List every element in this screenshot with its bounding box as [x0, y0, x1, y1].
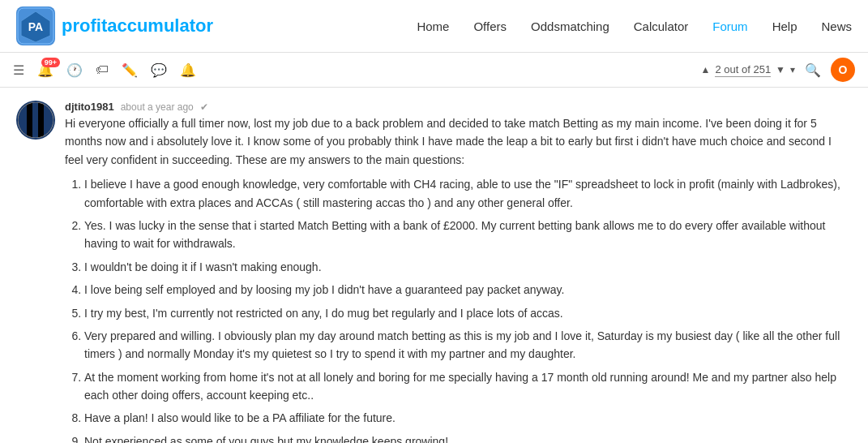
edit-icon[interactable]: ✏️ — [122, 62, 138, 78]
post-meta: djtito1981 about a year ago ✔ — [65, 101, 852, 113]
verified-icon: ✔ — [200, 101, 208, 113]
post-meta-area: djtito1981 about a year ago ✔ Hi everyon… — [65, 101, 852, 443]
nav-calculator[interactable]: Calculator — [634, 19, 689, 33]
notification-badge: 99+ — [41, 58, 60, 67]
user-avatar[interactable]: O — [831, 58, 855, 82]
list-item: I try my best, I'm currently not restric… — [84, 304, 852, 322]
svg-rect-7 — [38, 102, 44, 138]
chat-icon[interactable]: 💬 — [151, 62, 167, 78]
list-item: Have a plan! I also would like to be a P… — [84, 409, 852, 427]
post-intro: Hi everyone officially a full timer now,… — [65, 114, 852, 169]
list-item: I wouldn't be doing it if I wasn't makin… — [84, 258, 852, 276]
post-username[interactable]: djtito1981 — [65, 101, 114, 113]
nav-home[interactable]: Home — [417, 19, 449, 33]
list-item: Very prepared and willing. I obviously p… — [84, 327, 852, 363]
top-navigation: PA profitaccumulator Home Offers Oddsmat… — [0, 0, 868, 53]
nav-offers[interactable]: Offers — [473, 19, 507, 33]
nav-forum[interactable]: Forum — [712, 19, 747, 33]
post-header: djtito1981 about a year ago ✔ Hi everyon… — [16, 101, 852, 443]
post-body: Hi everyone officially a full timer now,… — [65, 114, 852, 443]
list-item: I love being self employed and by loosin… — [84, 281, 852, 299]
clock-icon[interactable]: 🕐 — [66, 62, 83, 78]
search-button[interactable]: 🔍 — [805, 62, 821, 78]
nav-news[interactable]: News — [821, 19, 852, 33]
toolbar-left: ☰ 🔔 99+ 🕐 🏷 ✏️ 💬 🔔 — [13, 62, 688, 78]
hamburger-icon[interactable]: ☰ — [13, 62, 24, 78]
post-time: about a year ago — [121, 101, 194, 113]
page-info: 2 out of 251 — [715, 63, 771, 77]
alert-icon[interactable]: 🔔 — [180, 62, 196, 78]
prev-page-arrow[interactable]: ▲ — [701, 64, 711, 75]
svg-rect-6 — [27, 102, 32, 138]
content-area: djtito1981 about a year ago ✔ Hi everyon… — [0, 88, 868, 443]
post-avatar — [16, 101, 55, 140]
svg-text:PA: PA — [28, 20, 43, 33]
list-item: At the moment working from home it's not… — [84, 368, 852, 405]
post-list: I believe I have a good enough knowledge… — [84, 175, 852, 443]
list-item: I believe I have a good enough knowledge… — [84, 175, 852, 212]
list-item: Not experienced as some of you guys but … — [84, 432, 852, 443]
next-page-arrow-down[interactable]: ▼ — [776, 64, 785, 75]
toolbar-right: ▲ 2 out of 251 ▼ ▾ 🔍 O — [701, 58, 855, 82]
pagination: ▲ 2 out of 251 ▼ ▾ — [701, 63, 795, 77]
logo-icon: PA — [16, 6, 55, 45]
nav-links: Home Offers Oddsmatching Calculator Foru… — [417, 19, 852, 33]
next-page-arrow[interactable]: ▾ — [790, 64, 795, 75]
logo[interactable]: PA profitaccumulator — [16, 6, 213, 45]
logo-text: profitaccumulator — [62, 15, 213, 37]
notification-icon[interactable]: 🔔 99+ — [37, 62, 53, 78]
nav-oddsmatching[interactable]: Oddsmatching — [531, 19, 609, 33]
list-item: Yes. I was lucky in the sense that i sta… — [84, 217, 852, 253]
nav-help[interactable]: Help — [772, 19, 797, 33]
toolbar: ☰ 🔔 99+ 🕐 🏷 ✏️ 💬 🔔 ▲ 2 out of 251 ▼ ▾ 🔍 … — [0, 53, 868, 88]
tag-icon[interactable]: 🏷 — [96, 62, 109, 77]
